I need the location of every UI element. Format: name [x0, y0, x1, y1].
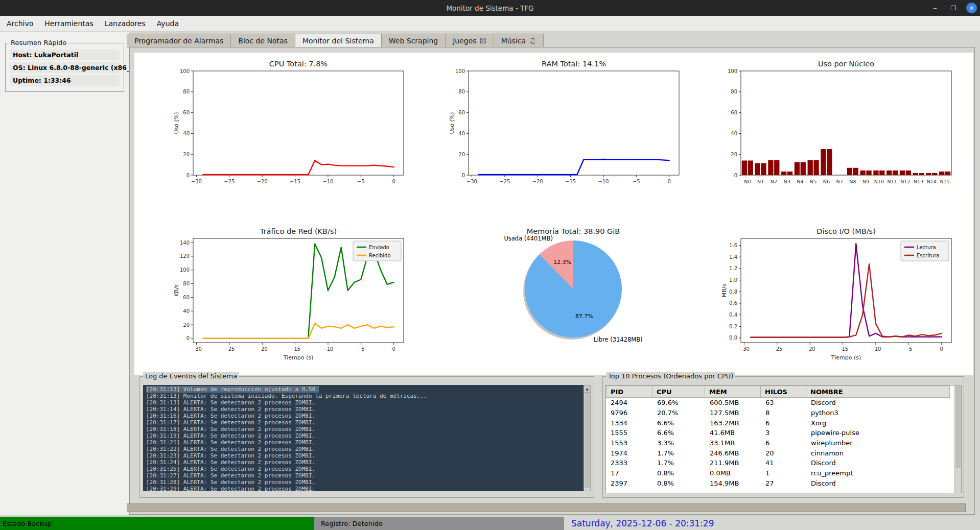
svg-text:40: 40	[458, 131, 465, 136]
process-table[interactable]: PIDCPUMEMHILOSNOMBRE 249469.6%600.5MB63D…	[605, 385, 962, 493]
event-log-terminal[interactable]: [20:31:13] Volumen de reproducción ajust…	[143, 385, 584, 491]
process-table-scroll-thumb[interactable]	[955, 386, 961, 468]
table-row[interactable]: 15533.3%33.1MB6wireplumber	[606, 438, 961, 448]
svg-text:−5: −5	[633, 179, 640, 184]
tab-m-sica[interactable]: Música♫	[494, 34, 544, 47]
process-table-header: PIDCPUMEMHILOSNOMBRE	[606, 386, 961, 398]
log-line-14[interactable]: [20:31:28] ALERTA: Se detectaron 2 proce…	[146, 479, 584, 486]
table-row[interactable]: 23331.7%211.9MB41Discord	[606, 458, 961, 468]
menu-herramientas[interactable]: Herramientas	[39, 19, 99, 28]
svg-text:60: 60	[183, 110, 190, 115]
table-row[interactable]: 249469.6%600.5MB63Discord	[606, 398, 961, 408]
menu-lanzadores[interactable]: Lanzadores	[99, 19, 151, 28]
scroll-up-icon[interactable]: ▲	[584, 386, 590, 393]
svg-text:20: 20	[183, 152, 190, 157]
svg-text:1.4: 1.4	[729, 254, 737, 260]
svg-text:−20: −20	[532, 179, 543, 184]
cell-hilos: 41	[761, 459, 806, 467]
log-line-2[interactable]: [20:31:13] ALERTA: Se detectaron 2 proce…	[146, 399, 584, 406]
cpu-chart: CPU Total: 7.8%020406080100−30−25−20−15−…	[172, 58, 412, 186]
event-log-scrollbar[interactable]: ▲	[584, 385, 591, 491]
tab-web-scraping[interactable]: Web Scraping	[382, 34, 446, 47]
cell-nombre: Xorg	[806, 419, 950, 427]
cell-pid: 9796	[606, 409, 652, 417]
table-row[interactable]: 13346.6%163.2MB6Xorg	[606, 418, 961, 428]
minimize-button[interactable]: –	[929, 3, 941, 14]
cell-pid: 2494	[606, 399, 652, 406]
log-line-10[interactable]: [20:31:23] ALERTA: Se detectaron 2 proce…	[146, 452, 584, 459]
menu-archivo[interactable]: Archivo	[1, 19, 39, 28]
cell-nombre: rcu_preempt	[806, 469, 950, 477]
tab-monitor-del-sistema[interactable]: Monitor del Sistema	[295, 34, 382, 47]
cell-pid: 2333	[606, 459, 652, 467]
svg-text:N3: N3	[784, 179, 790, 184]
close-button[interactable]: ✕	[966, 3, 977, 13]
table-row[interactable]: 979620.7%127.5MB8python3	[606, 408, 961, 418]
table-row[interactable]: 19741.7%246.6MB20cinnamon	[606, 448, 961, 458]
log-line-4[interactable]: [20:31:16] ALERTA: Se detectaron 2 proce…	[146, 413, 584, 419]
backup-status-segment: Estado Backup	[0, 517, 314, 530]
titlebar[interactable]: Monitor de Sistema - TFG – ❐ ✕	[0, 0, 980, 16]
svg-text:87.7%: 87.7%	[575, 313, 593, 320]
svg-text:40: 40	[731, 131, 737, 136]
cell-nombre: Discord	[806, 479, 950, 487]
column-header-cpu[interactable]: CPU	[652, 386, 705, 398]
tab-label: Juegos	[453, 37, 476, 45]
quick-summary-group: Resumen Rápido Host: LukaPortatilOS: Lin…	[5, 43, 124, 92]
cell-nombre: cinnamon	[806, 449, 950, 457]
svg-text:N7: N7	[836, 179, 843, 184]
menu-ayuda[interactable]: Ayuda	[151, 19, 184, 28]
registro-status-label: Registro: Detenido	[321, 520, 383, 527]
svg-text:N5: N5	[810, 179, 816, 184]
svg-text:0.4: 0.4	[729, 312, 737, 318]
column-header-nombre[interactable]: NOMBRE	[806, 386, 950, 398]
process-table-scrollbar[interactable]	[954, 386, 961, 493]
cell-hilos: 3	[761, 429, 806, 437]
tab-bloc-de-notas[interactable]: Bloc de Notas	[231, 34, 295, 47]
window-controls: – ❐ ✕	[929, 0, 977, 16]
log-line-11[interactable]: [20:31:24] ALERTA: Se detectaron 2 proce…	[146, 459, 584, 466]
menubar: ArchivoHerramientasLanzadoresAyuda	[0, 16, 980, 32]
tab-label: Música	[501, 37, 526, 45]
table-row[interactable]: 15556.6%41.6MB3pipewire-pulse	[606, 428, 961, 438]
log-line-6[interactable]: [20:31:18] ALERTA: Se detectaron 2 proce…	[146, 426, 584, 432]
log-line-0[interactable]: [20:31:13] Volumen de reproducción ajust…	[146, 386, 584, 393]
column-header-mem[interactable]: MEM	[705, 386, 761, 398]
datetime-segment: Saturday, 2025-12-06 - 20:31:29	[564, 517, 980, 530]
table-row[interactable]: 170.8%0.0MB1rcu_preempt	[606, 468, 961, 478]
svg-text:0.8: 0.8	[729, 289, 737, 295]
log-line-9[interactable]: [20:31:22] ALERTA: Se detectaron 2 proce…	[146, 446, 584, 452]
log-line-3[interactable]: [20:31:14] ALERTA: Se detectaron 2 proce…	[146, 406, 584, 413]
tab-programador-de-alarmas[interactable]: Programador de Alarmas	[127, 34, 231, 47]
svg-text:N9: N9	[862, 179, 869, 184]
column-header-hilos[interactable]: HILOS	[761, 386, 806, 398]
cell-mem: 211.9MB	[705, 459, 761, 467]
log-line-12[interactable]: [20:31:25] ALERTA: Se detectaron 2 proce…	[146, 466, 584, 472]
ram-chart: RAM Total: 14.1%020406080100−30−25−20−15…	[447, 58, 687, 186]
log-line-13[interactable]: [20:31:27] ALERTA: Se detectaron 2 proce…	[146, 472, 584, 479]
log-line-1[interactable]: [20:31:13] Monitor de sistema iniciado. …	[146, 393, 584, 399]
svg-text:Recibido: Recibido	[369, 253, 391, 258]
svg-text:−5: −5	[905, 346, 913, 352]
log-line-5[interactable]: [20:31:17] ALERTA: Se detectaron 2 proce…	[146, 419, 584, 426]
svg-text:0.0: 0.0	[729, 335, 737, 341]
log-line-7[interactable]: [20:31:19] ALERTA: Se detectaron 2 proce…	[146, 432, 584, 439]
svg-text:0: 0	[734, 173, 737, 178]
maximize-button[interactable]: ❐	[948, 3, 959, 14]
summary-row-0: Host: LukaPortatil	[10, 50, 120, 60]
cell-pid: 2397	[606, 479, 652, 487]
table-row[interactable]: 23970.8%154.9MB27Discord	[606, 478, 961, 489]
svg-text:Tiempo (s): Tiempo (s)	[831, 354, 861, 360]
tab-juegos[interactable]: Juegos⚄	[446, 34, 494, 47]
svg-text:80: 80	[731, 89, 737, 94]
svg-text:Memoria Total: 38.90 GiB: Memoria Total: 38.90 GiB	[527, 227, 620, 235]
column-header-pid[interactable]: PID	[606, 386, 652, 398]
event-log-scroll-thumb[interactable]	[585, 393, 590, 488]
quick-summary-title: Resumen Rápido	[9, 39, 68, 46]
cell-nombre: python3	[806, 409, 950, 417]
log-line-8[interactable]: [20:31:21] ALERTA: Se detectaron 2 proce…	[146, 439, 584, 446]
log-line-15[interactable]: [20:31:29] ALERTA: Se detectaron 2 proce…	[146, 486, 584, 491]
svg-text:RAM Total: 14.1%: RAM Total: 14.1%	[542, 60, 606, 68]
tab-label: Web Scraping	[389, 37, 438, 45]
cell-mem: 246.6MB	[705, 449, 761, 457]
